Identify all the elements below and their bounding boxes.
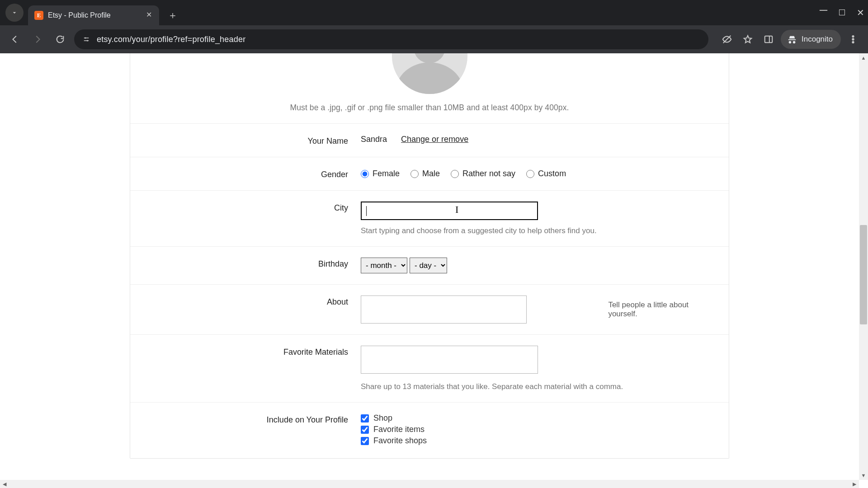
tab-title: Etsy - Public Profile [48, 11, 140, 19]
check-fav-items-input[interactable] [361, 426, 369, 434]
name-value: Sandra [361, 135, 387, 144]
row-birthday: Birthday - month - - day - [130, 246, 729, 284]
maximize-icon[interactable] [839, 9, 845, 17]
fav-materials-hint: Share up to 13 materials that you like. … [361, 382, 712, 391]
new-tab-button[interactable]: ＋ [165, 7, 181, 23]
incognito-profile-button[interactable]: Incognito [781, 30, 841, 49]
reload-button[interactable] [52, 31, 69, 48]
incognito-label: Incognito [802, 35, 833, 44]
site-settings-icon[interactable] [82, 35, 90, 43]
row-about: About Tell people a little about yoursel… [130, 284, 729, 334]
scroll-up-arrow-icon[interactable]: ▲ [859, 53, 868, 62]
close-window-icon[interactable]: ✕ [857, 7, 864, 18]
bookmark-star-icon[interactable] [739, 31, 756, 48]
label-fav-materials: Favorite Materials [130, 346, 361, 391]
label-city: City [130, 202, 361, 235]
check-fav-items[interactable]: Favorite items [361, 425, 712, 434]
row-gender: Gender Female Male Rather not say Custom [130, 157, 729, 190]
fav-materials-textarea[interactable] [361, 346, 538, 374]
address-bar[interactable]: etsy.com/your/profile?ref=profile_header [74, 29, 708, 49]
text-cursor-icon: I [455, 204, 458, 216]
birthday-month-select[interactable]: - month - [361, 258, 407, 273]
about-textarea[interactable] [361, 296, 527, 324]
avatar-help-text: Must be a .jpg, .gif or .png file smalle… [130, 103, 729, 113]
radio-rns-label: Rather not say [462, 169, 515, 178]
radio-custom[interactable]: Custom [526, 169, 566, 178]
horizontal-scrollbar[interactable]: ◀ ▶ [0, 480, 859, 488]
browser-toolbar: etsy.com/your/profile?ref=profile_header… [0, 25, 868, 53]
row-city: City I Start typing and choose from a su… [130, 190, 729, 246]
label-birthday: Birthday [130, 258, 361, 273]
svg-point-1 [87, 40, 88, 42]
svg-point-5 [852, 36, 854, 37]
tab-strip: E Etsy - Public Profile ✕ ＋ ─ ✕ [0, 0, 868, 25]
page-content: Must be a .jpg, .gif or .png file smalle… [0, 53, 859, 480]
vertical-scroll-thumb[interactable] [860, 225, 867, 324]
avatar-placeholder[interactable] [392, 53, 467, 94]
tabs-dropdown-button[interactable] [5, 4, 24, 22]
svg-point-7 [852, 42, 854, 43]
text-caret [366, 206, 367, 216]
etsy-favicon: E [34, 11, 43, 20]
incognito-icon [787, 34, 797, 44]
city-input[interactable]: I [361, 202, 538, 220]
side-panel-icon[interactable] [760, 31, 777, 48]
check-fav-shops[interactable]: Favorite shops [361, 436, 712, 446]
vertical-scrollbar[interactable]: ▲ ▼ [859, 53, 868, 480]
city-hint: Start typing and choose from a suggested… [361, 226, 712, 235]
radio-male-input[interactable] [410, 170, 419, 178]
scroll-right-arrow-icon[interactable]: ▶ [850, 480, 859, 488]
label-include: Include on Your Profile [130, 413, 361, 447]
label-your-name: Your Name [130, 135, 361, 146]
label-gender: Gender [130, 168, 361, 179]
close-tab-icon[interactable]: ✕ [145, 11, 153, 19]
row-fav-materials: Favorite Materials Share up to 13 materi… [130, 334, 729, 402]
check-shop[interactable]: Shop [361, 413, 712, 423]
radio-custom-input[interactable] [526, 170, 534, 178]
chrome-menu-icon[interactable] [844, 31, 862, 48]
radio-female-label: Female [373, 169, 400, 178]
forward-button[interactable] [29, 31, 46, 48]
url-text: etsy.com/your/profile?ref=profile_header [97, 35, 245, 44]
about-hint: Tell people a little about yourself. [608, 300, 712, 319]
radio-rather-not-say[interactable]: Rather not say [451, 169, 515, 178]
check-shop-label: Shop [373, 413, 392, 423]
radio-female-input[interactable] [361, 170, 369, 178]
scroll-down-arrow-icon[interactable]: ▼ [859, 471, 868, 480]
scroll-left-arrow-icon[interactable]: ◀ [0, 480, 9, 488]
browser-tab[interactable]: E Etsy - Public Profile ✕ [28, 5, 159, 25]
svg-rect-3 [765, 36, 773, 43]
radio-male-label: Male [422, 169, 440, 178]
check-fav-items-label: Favorite items [373, 425, 425, 434]
check-fav-shops-input[interactable] [361, 437, 369, 445]
radio-rns-input[interactable] [451, 170, 459, 178]
birthday-day-select[interactable]: - day - [410, 258, 447, 273]
radio-female[interactable]: Female [361, 169, 400, 178]
radio-custom-label: Custom [538, 169, 566, 178]
row-name: Your Name Sandra Change or remove [130, 123, 729, 157]
profile-form-card: Must be a .jpg, .gif or .png file smalle… [130, 53, 729, 459]
svg-point-0 [85, 38, 86, 39]
back-button[interactable] [6, 31, 24, 48]
check-shop-input[interactable] [361, 414, 369, 422]
svg-point-6 [852, 38, 854, 40]
radio-male[interactable]: Male [410, 169, 440, 178]
incognito-eye-icon[interactable] [718, 31, 736, 48]
check-fav-shops-label: Favorite shops [373, 436, 427, 446]
row-include: Include on Your Profile Shop Favorite it… [130, 402, 729, 458]
label-about: About [130, 296, 361, 324]
change-or-remove-link[interactable]: Change or remove [401, 135, 468, 144]
minimize-icon[interactable]: ─ [820, 4, 827, 16]
